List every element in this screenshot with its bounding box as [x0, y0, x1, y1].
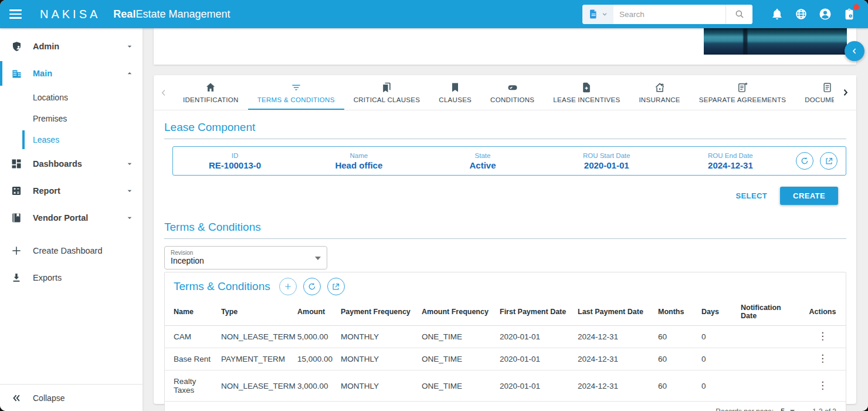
sidebar-item-exports[interactable]: Exports: [0, 264, 143, 291]
nakisa-logo: NAKISA: [40, 8, 100, 21]
col-type: Type: [216, 299, 293, 326]
row-actions-menu-button[interactable]: ⋮: [814, 332, 831, 341]
row-actions-menu-button[interactable]: ⋮: [814, 355, 831, 363]
sidebar-label-exports: Exports: [33, 273, 134, 282]
collapse-double-chevron-icon: [11, 393, 22, 403]
account-button[interactable]: [813, 2, 837, 26]
sidebar-item-vendor-portal[interactable]: Vendor Portal: [0, 204, 143, 231]
revision-select[interactable]: Revision Inception: [164, 246, 327, 269]
pagination-range: 1-3 of 3: [812, 407, 836, 411]
tab-lease-incentives[interactable]: LEASE INCENTIVES: [544, 75, 629, 110]
app-window: NAKISA RealEstate Management: [0, 0, 868, 411]
hamburger-menu-button[interactable]: [2, 0, 28, 28]
terms-conditions-table: Name Type Amount Payment Frequency Amoun…: [165, 299, 846, 402]
tab-clauses[interactable]: CLAUSES: [429, 75, 481, 110]
tab-insurance[interactable]: INSURANCE: [629, 75, 689, 110]
account-icon: [818, 7, 832, 21]
open-in-new-icon: [825, 157, 833, 166]
search-scope-dropdown[interactable]: [582, 5, 613, 24]
refresh-button[interactable]: [796, 152, 813, 170]
col-amount-frequency: Amount Frequency: [417, 299, 495, 326]
clipboard-clock-icon: [843, 8, 856, 21]
tab-documents[interactable]: DOCUMENTS: [795, 75, 835, 110]
tab-identification[interactable]: IDENTIFICATION: [174, 75, 248, 110]
revision-label: Revision: [171, 250, 311, 256]
admin-icon: [11, 41, 23, 53]
search-input[interactable]: [613, 5, 725, 24]
sidebar-item-premises[interactable]: Premises: [0, 108, 143, 129]
add-term-button[interactable]: [279, 278, 297, 295]
refresh-icon: [307, 282, 317, 291]
document-icon: [588, 9, 599, 19]
sidebar-label-dashboards: Dashboards: [33, 159, 125, 169]
main-content: IDENTIFICATION TERMS & CONDITIONS CRITIC…: [143, 28, 868, 411]
tab-conditions[interactable]: CONDITIONS: [481, 75, 544, 110]
chevron-left-icon: [158, 87, 169, 98]
open-table-in-new-button[interactable]: [327, 278, 345, 295]
sidebar-label-leases: Leases: [33, 135, 59, 144]
field-rou-start-date: ROU Start Date 2020-01-01: [545, 152, 669, 170]
sidebar-item-create-dashboard[interactable]: Create Dashboard: [0, 237, 143, 264]
tab-bar: IDENTIFICATION TERMS & CONDITIONS CRITIC…: [154, 75, 856, 110]
refresh-icon: [800, 156, 809, 166]
row-actions-menu-button[interactable]: ⋮: [814, 382, 831, 390]
sidebar: Admin Main Locations Premises Leases: [0, 28, 143, 411]
tab-content: Lease Component ID RE-100013-0 Name Head…: [154, 110, 856, 411]
sidebar-collapse-button[interactable]: Collapse: [0, 384, 143, 411]
col-amount: Amount: [293, 299, 336, 326]
app-header: NAKISA RealEstate Management: [0, 0, 868, 28]
app-title: RealEstate Management: [113, 8, 230, 21]
sidebar-item-leases[interactable]: Leases: [0, 129, 143, 150]
chevron-up-icon: [125, 69, 134, 78]
table-row: CAM NON_LEASE_TERM 5,000.00 MONTHLY ONE_…: [165, 326, 846, 348]
tab-critical-clauses[interactable]: CRITICAL CLAUSES: [344, 75, 430, 110]
select-button[interactable]: SELECT: [733, 188, 769, 204]
sidebar-label-collapse: Collapse: [33, 393, 65, 403]
global-search: [582, 5, 752, 24]
col-days: Days: [697, 299, 736, 326]
sidebar-item-main[interactable]: Main: [0, 60, 143, 87]
create-button[interactable]: CREATE: [780, 187, 838, 205]
sidebar-item-locations[interactable]: Locations: [0, 87, 143, 108]
collapse-panel-button[interactable]: [845, 41, 864, 61]
open-in-new-button[interactable]: [820, 152, 838, 170]
chevron-down-icon: [125, 42, 134, 51]
sidebar-item-admin[interactable]: Admin: [0, 33, 143, 60]
active-indicator: [22, 130, 25, 149]
language-button[interactable]: [789, 2, 813, 26]
notifications-button[interactable]: [765, 2, 789, 26]
tab-terms-conditions[interactable]: TERMS & CONDITIONS: [248, 75, 344, 110]
documents-icon: [822, 82, 833, 93]
terms-conditions-title: Terms & Conditions: [164, 221, 846, 234]
lease-component-card: ID RE-100013-0 Name Head office State Ac…: [172, 146, 846, 176]
sidebar-label-locations: Locations: [33, 93, 68, 102]
col-name: Name: [165, 299, 216, 326]
tabs-scroll-left-button[interactable]: [154, 75, 174, 110]
tabs-scroll-right-button[interactable]: [834, 75, 856, 110]
chevron-down-icon: [315, 257, 321, 260]
table-header-row: Name Type Amount Payment Frequency Amoun…: [165, 299, 846, 326]
sort-lines-icon: [290, 82, 302, 93]
sidebar-label-report: Report: [33, 186, 125, 196]
pending-tasks-button[interactable]: [838, 2, 861, 26]
refresh-table-button[interactable]: [303, 278, 321, 295]
sidebar-item-dashboards[interactable]: Dashboards: [0, 150, 143, 177]
house-insurance-icon: [654, 82, 666, 93]
sidebar-item-report[interactable]: Report: [0, 177, 143, 204]
tab-separate-agreements[interactable]: SEPARATE AGREEMENTS: [690, 75, 795, 110]
field-id: ID RE-100013-0: [173, 152, 297, 170]
field-rou-end-date: ROU End Date 2024-12-31: [669, 152, 792, 170]
chevron-left-icon: [850, 46, 859, 56]
divider: [164, 139, 846, 139]
records-per-page-select[interactable]: 5: [778, 407, 797, 411]
table-card-header: Terms & Conditions: [165, 272, 846, 299]
active-indicator: [0, 61, 2, 86]
sidebar-label-premises: Premises: [33, 114, 67, 123]
search-submit-button[interactable]: [725, 5, 752, 24]
field-state: State Active: [421, 152, 544, 170]
col-last-payment-date: Last Payment Date: [573, 299, 653, 326]
chevron-down-icon: [125, 186, 134, 196]
chevron-down-icon: [125, 213, 134, 223]
col-first-payment-date: First Payment Date: [495, 299, 573, 326]
book-icon: [11, 212, 22, 224]
